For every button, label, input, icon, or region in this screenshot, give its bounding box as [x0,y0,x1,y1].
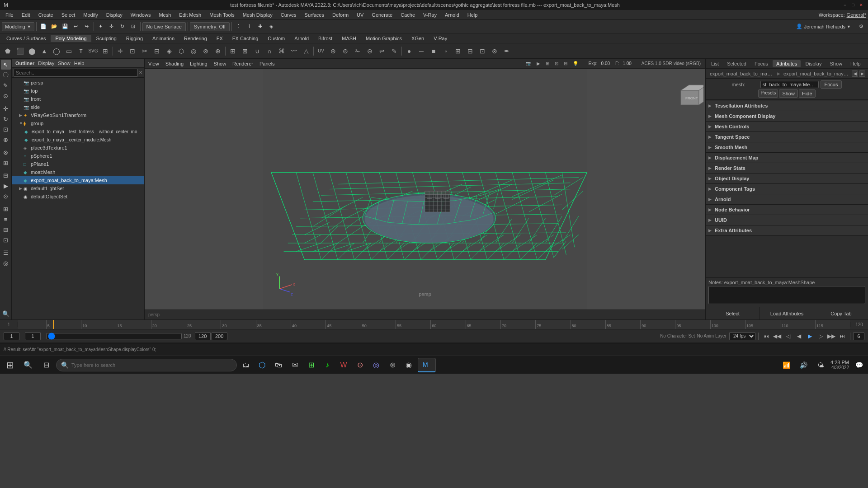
taskbar-explorer-icon[interactable]: 🗂 [239,358,253,372]
rotate-tool-btn[interactable]: ↻ [118,22,127,32]
menu-edit[interactable]: Edit [18,11,34,19]
workspace-selector[interactable]: Workspace: General* [819,12,866,18]
menu-vray[interactable]: V-Ray [420,11,440,19]
pb-goto-start[interactable]: ⏮ [761,331,771,341]
settings-btn[interactable]: ⚙ [856,22,866,32]
outliner-search-input[interactable] [14,69,138,77]
attr-tab-display[interactable]: Display [802,60,825,67]
viewport-menu-panels[interactable]: Panels [258,61,277,67]
maximize-button[interactable]: □ [850,2,856,8]
render-btn[interactable]: ▶ [1,181,11,191]
scale-tool-btn[interactable]: ⊡ [1,124,11,134]
shelf-icon-face-sel[interactable]: ■ [428,45,439,57]
tree-item-default-light-set[interactable]: ▶ ◉ defaultLightSet [12,184,144,192]
paint-tool-btn[interactable]: ✎ [1,80,11,90]
taskbar-edge-icon[interactable]: ⬡ [255,358,269,372]
tree-item-top[interactable]: 📷 top [12,87,144,95]
taskbar-wifi-icon[interactable]: 📶 [779,358,793,372]
tree-item-pplane[interactable]: □ pPlane1 [12,160,144,168]
menu-display[interactable]: Display [103,11,126,19]
shelf-icon-fill-hole[interactable]: ◎ [188,45,199,57]
shelf-icon-paint-vtx[interactable]: ✎ [388,45,400,57]
tree-item-place3d[interactable]: ◈ place3dTexture1 [12,144,144,152]
attr-section-component-tags-header[interactable]: ▶ Component Tags [706,184,868,194]
taskbar-notification-btn[interactable]: 💬 [852,358,866,372]
timeline-playhead[interactable] [53,320,54,329]
soft-mod-btn[interactable]: ⊗ [1,147,11,157]
taskbar-search-input[interactable] [71,362,232,368]
shelf-icon-transform[interactable]: ✛ [114,45,126,57]
menu-uv[interactable]: UV [353,11,367,19]
pb-next-key[interactable]: ▷ [816,331,826,341]
outliner-menu-show[interactable]: Show [58,61,71,66]
taskbar-battery-icon[interactable]: 🌤 [813,358,828,372]
windows-start-btn[interactable]: ⊞ [2,357,18,373]
tree-item-vraysun[interactable]: ▶ ✦ VRayGeoSun1Transform [12,111,144,119]
menu-windows[interactable]: Windows [127,11,155,19]
minimize-button[interactable]: − [842,2,848,8]
shelf-icon-cone[interactable]: ▲ [38,45,50,57]
sculpt-tool-btn[interactable]: ⊙ [1,91,11,101]
taskbar-discord-icon[interactable]: ◎ [369,358,383,372]
shelf-tab-motion-graphics[interactable]: Motion Graphics [361,35,406,42]
shelf-icon-grid[interactable]: ⊞ [99,45,111,57]
shelf-icon-torus[interactable]: ◯ [51,45,62,57]
taskbar-search-icon[interactable]: 🔍 [20,357,36,373]
shelf-tab-arnold[interactable]: Arnold [290,35,313,42]
tree-item-psphere[interactable]: ○ pSphere1 [12,152,144,160]
pb-goto-end[interactable]: ⏭ [837,331,847,341]
live-surface-btn[interactable]: No Live Surface [142,22,186,31]
breadcrumb-prev-btn[interactable]: ◀ [852,70,858,77]
current-frame-input[interactable] [4,332,19,340]
vp-grid-btn[interactable]: ⊟ [562,59,569,68]
timeline[interactable]: 1 51015202530354045505560657075808590951… [0,319,868,329]
menu-edit-mesh[interactable]: Edit Mesh [175,11,205,19]
shelf-icon-merge[interactable]: ⊗ [200,45,212,57]
attr-select-btn[interactable]: Select [706,307,760,319]
shelf-icon-text[interactable]: T [75,45,87,57]
close-button[interactable]: ✕ [858,2,864,8]
taskbar-task-view[interactable]: ⊟ [38,357,54,373]
taskbar-steam-icon[interactable]: ⊛ [385,358,400,372]
breadcrumb-item-meshshape[interactable]: export_moat_back_to_maya:MeshShape [782,70,850,77]
anim-end-input[interactable] [195,332,211,340]
taskbar-office-icon[interactable]: W [336,358,351,372]
taskbar-maya-app[interactable]: M [418,358,436,372]
shelf-icon-combine[interactable]: ⊞ [227,45,239,57]
shelf-icon-separate[interactable]: ⊠ [239,45,251,57]
redo-btn[interactable]: ↪ [82,22,92,32]
tree-item-front[interactable]: 📷 front [12,95,144,103]
open-btn[interactable]: 📂 [49,22,59,32]
tree-item-moat[interactable]: ◆ moat:Mesh [12,168,144,176]
vp-smooth-btn[interactable]: ⊡ [553,59,560,68]
shelf-icon-target-weld[interactable]: ⊕ [212,45,224,57]
attr-tab-attributes[interactable]: Attributes [773,60,801,67]
shelf-icon-soft-sel[interactable]: ⊗ [489,45,500,57]
symmetry-btn[interactable]: Symmetry: Off [190,22,230,31]
snap-settings-btn[interactable]: ⊟ [1,170,11,180]
attr-section-displacement-map-header[interactable]: ▶ Displacement Map [706,153,868,163]
shelf-tab-rigging[interactable]: Rigging [122,35,147,42]
shelf-icon-shrink-sel[interactable]: ⊟ [464,45,476,57]
snap-curve-btn[interactable]: ⌇ [245,22,255,32]
layer-editor-btn[interactable]: ⊡ [1,235,11,245]
workspace-value[interactable]: General* [847,12,866,18]
mode-dropdown[interactable]: Modeling ▼ [2,22,34,31]
menu-curves[interactable]: Curves [277,11,300,19]
shelf-tab-mash[interactable]: MASH [337,35,361,42]
menu-mesh-display[interactable]: Mesh Display [239,11,276,19]
taskbar-obs-icon[interactable]: ◉ [401,358,416,372]
attr-presets-btn[interactable]: Presets [758,89,778,98]
shelf-icon-cube[interactable]: ⬛ [14,45,26,57]
shelf-tab-vray[interactable]: V-Ray [429,35,452,42]
shelf-icon-select-loop[interactable]: ⊡ [476,45,488,57]
shelf-icon-bool-diff[interactable]: ∩ [264,45,275,57]
menu-mesh-tools[interactable]: Mesh Tools [206,11,238,19]
save-btn[interactable]: 💾 [60,22,70,32]
breadcrumb-next-btn[interactable]: ▶ [859,70,865,77]
move-tool-btn[interactable]: ✛ [107,22,117,32]
shelf-icon-plane[interactable]: ▭ [63,45,75,57]
attr-tab-selected[interactable]: Selected [723,60,750,67]
channel-box-btn[interactable]: ⊟ [1,225,11,235]
undo-btn[interactable]: ↩ [71,22,81,32]
